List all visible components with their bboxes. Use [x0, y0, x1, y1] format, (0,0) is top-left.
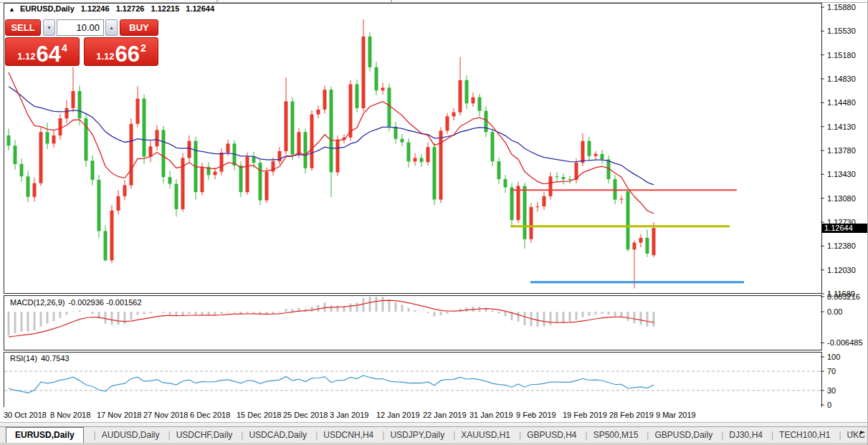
- rsi-line: [9, 375, 654, 393]
- candle-body: [472, 97, 475, 104]
- candle-body: [265, 172, 269, 201]
- price-axis-label: 1.12030: [827, 266, 856, 274]
- candle-body: [388, 87, 391, 126]
- sell-price-button[interactable]: 1.12 64 4: [5, 37, 80, 66]
- terminal-window: ▲ EURUSD,Daily 1.12246 1.12726 1.12215 1…: [0, 0, 868, 445]
- candle-body: [639, 238, 643, 243]
- candle-body: [343, 138, 346, 140]
- tab-tech100-h1[interactable]: TECH100,H1: [764, 428, 832, 442]
- candle-body: [607, 159, 611, 179]
- candle-body: [426, 147, 430, 162]
- volume-increase-button[interactable]: ▲: [105, 19, 118, 36]
- tab-dj30-h4[interactable]: DJ30,H4: [714, 428, 764, 442]
- date-axis-label: 17 Nov 2018: [97, 411, 141, 419]
- candle-body: [304, 132, 307, 168]
- candle-body: [46, 132, 49, 143]
- tab-usdchf-daily[interactable]: USDCHF,Daily: [161, 428, 234, 442]
- sell-button[interactable]: SELL: [5, 19, 41, 36]
- fast-ma-line: [9, 72, 654, 214]
- tab-scroll-controls: ◂ ▸: [849, 428, 864, 436]
- candle-body: [317, 110, 320, 115]
- candle-body: [491, 132, 495, 161]
- candle-body: [330, 90, 333, 172]
- price-axis-label: 1.12380: [827, 241, 856, 250]
- tab-eurusd-daily[interactable]: EURUSD,Daily: [6, 427, 84, 444]
- date-axis-label: 3 Jan 2019: [330, 411, 368, 419]
- candle-body: [381, 87, 385, 90]
- tab-scroll-left-icon[interactable]: ◂: [849, 428, 853, 436]
- candle-body: [555, 176, 559, 177]
- rsi-value: 40.7543: [41, 354, 70, 363]
- date-axis-label: 25 Dec 2018: [283, 411, 328, 419]
- tab-audusd-daily[interactable]: AUDUSD,Daily: [87, 428, 161, 442]
- macd-label: MACD(12,26,9)-0.002936 -0.001562: [10, 298, 142, 307]
- tab-gbpusd-h4[interactable]: GBPUSD,H4: [512, 428, 578, 442]
- slow-ma-line: [9, 87, 654, 185]
- candle-body: [85, 118, 88, 161]
- candle-body: [407, 143, 411, 162]
- candle-body: [130, 124, 133, 186]
- candle-body: [478, 97, 482, 111]
- toolbar-edge: [0, 0, 868, 3]
- candle-body: [33, 183, 37, 197]
- candle-body: [646, 238, 649, 254]
- buy-price-button[interactable]: 1.12 66 2: [84, 37, 158, 66]
- tab-usdjpy-daily[interactable]: USDJPY,Daily: [375, 428, 446, 442]
- candle-body: [581, 141, 585, 163]
- sell-price-pip: 4: [62, 42, 67, 54]
- candle-body: [104, 231, 108, 260]
- candle-body: [239, 166, 243, 192]
- candle-body: [194, 141, 198, 192]
- buy-button[interactable]: BUY: [120, 19, 158, 36]
- date-axis-label: 8 Nov 2018: [50, 411, 90, 419]
- rsi-panel[interactable]: [4, 352, 822, 408]
- macd-axis-label: -0.006485: [827, 338, 863, 347]
- price-axis-label: 1.13780: [827, 146, 856, 155]
- candle-body: [543, 196, 546, 206]
- symbol-marker-icon: ▲: [9, 6, 15, 13]
- volume-input[interactable]: [57, 19, 104, 36]
- candle-body: [78, 91, 82, 118]
- chart-tab-bar: EURUSD,DailyAUDUSD,DailyUSDCHF,DailyUSDC…: [0, 426, 868, 443]
- macd-axis-label: 0.003216: [827, 292, 860, 301]
- candle-body: [59, 118, 62, 135]
- price-axis-label: 1.15880: [827, 3, 856, 11]
- tab-scroll-right-icon[interactable]: ▸: [860, 428, 864, 436]
- candle-body: [143, 99, 146, 157]
- tab-usdcad-daily[interactable]: USDCAD,Daily: [234, 428, 308, 442]
- candle-body: [530, 207, 533, 239]
- price-axis-label: 1.15180: [827, 51, 856, 59]
- buy-price-prefix: 1.12: [96, 51, 114, 62]
- rsi-axis-label: 70: [827, 367, 836, 375]
- candle-body: [336, 140, 340, 173]
- current-price-tag: 1.12644: [821, 224, 868, 233]
- toolbar-separator: [391, 0, 392, 2]
- macd-values: -0.002936 -0.001562: [68, 298, 141, 307]
- candle-body: [452, 113, 456, 117]
- chart-canvas: [0, 0, 868, 445]
- candle-body: [259, 163, 262, 200]
- candle-body: [626, 191, 630, 249]
- ohlc-high: 1.12726: [116, 4, 145, 13]
- candle-body: [91, 161, 95, 180]
- candle-body: [278, 151, 282, 161]
- candle-body: [214, 172, 217, 176]
- candle-body: [504, 179, 507, 187]
- candle-body: [510, 187, 514, 220]
- candle-body: [297, 132, 301, 154]
- candle-body: [246, 157, 249, 193]
- volume-decrease-button[interactable]: ▼: [43, 19, 55, 36]
- tab-sp500-m15[interactable]: SP500,M15: [578, 428, 640, 442]
- candle-body: [175, 184, 178, 209]
- candle-body: [272, 161, 275, 171]
- tab-gbpusd-daily[interactable]: GBPUSD,Daily: [639, 428, 714, 442]
- ohlc-close: 1.12644: [186, 4, 214, 13]
- candle-body: [323, 90, 327, 110]
- date-axis-label: 31 Jan 2019: [469, 411, 513, 419]
- candle-body: [162, 130, 166, 177]
- date-axis-label: 12 Jan 2019: [376, 411, 420, 419]
- buy-price-pip: 2: [140, 42, 146, 54]
- candle-body: [123, 186, 127, 196]
- tab-usdcnh-h4[interactable]: USDCNH,H4: [308, 428, 375, 442]
- tab-xauusd-h1[interactable]: XAUUSD,H1: [446, 428, 512, 442]
